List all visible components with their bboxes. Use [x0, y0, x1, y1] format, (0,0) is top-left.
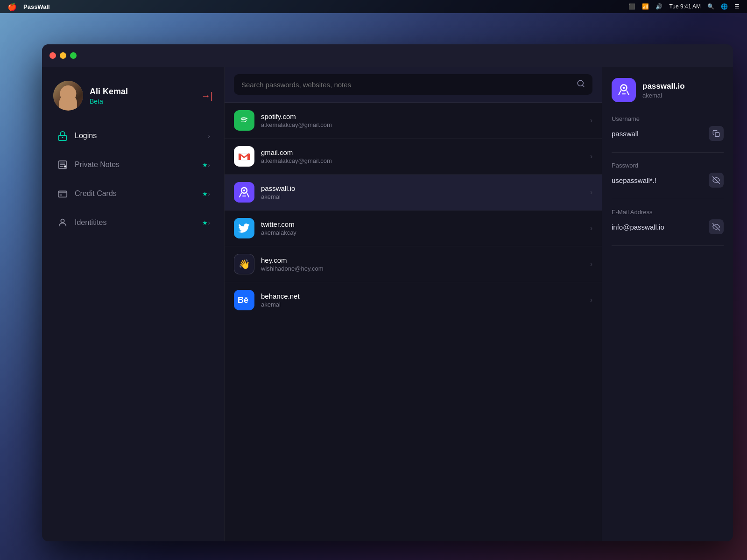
search-icon — [577, 79, 585, 90]
credit-cards-label: Credit Cards — [75, 189, 199, 198]
identities-star-icon: ★ — [202, 219, 208, 226]
email-value-row: info@passwall.io — [612, 219, 724, 234]
wifi-icon[interactable]: 📶 — [642, 3, 649, 10]
svg-point-17 — [623, 87, 625, 89]
hide-password-button[interactable] — [709, 173, 724, 188]
detail-app-icon — [612, 78, 636, 102]
svg-point-12 — [243, 189, 245, 191]
username-label: Username — [612, 115, 724, 122]
search-menubar-icon[interactable]: 🔍 — [707, 3, 714, 10]
avatar — [53, 81, 83, 111]
behance-chevron-icon: › — [590, 296, 592, 304]
list-item[interactable]: passwall.io akemal › — [225, 175, 602, 210]
username-field: Username passwall — [612, 115, 724, 141]
list-item[interactable]: spotify.com a.kemalakcay@gmail.com › — [225, 103, 602, 139]
detail-app-info: passwall.io akemal — [642, 82, 685, 99]
svg-rect-4 — [58, 191, 67, 197]
twitter-site-info: twitter.com akemalakcay — [261, 220, 590, 236]
email-value: info@passwall.io — [612, 223, 705, 231]
gmail-site-info: gmail.com a.kemalakcay@gmail.com — [261, 148, 590, 164]
search-input[interactable] — [241, 81, 572, 89]
twitter-icon — [234, 218, 254, 238]
search-bar-container — [225, 67, 602, 103]
sidebar-item-logins[interactable]: Logins › — [49, 122, 217, 150]
logins-chevron-icon: › — [208, 132, 210, 140]
twitter-site-name: twitter.com — [261, 220, 590, 228]
close-button[interactable] — [49, 52, 56, 59]
traffic-lights — [49, 52, 77, 59]
passwall-site-username: akemal — [261, 193, 590, 200]
titlebar — [42, 44, 733, 67]
divider-2 — [612, 199, 724, 199]
hey-chevron-icon: › — [590, 260, 592, 268]
password-label: Password — [612, 162, 724, 169]
credit-cards-icon — [56, 187, 69, 200]
password-value: usepasswall*.! — [612, 176, 705, 184]
control-center-icon[interactable]: ☰ — [734, 3, 740, 10]
passwall-site-name: passwall.io — [261, 184, 590, 192]
volume-icon[interactable]: 🔊 — [655, 3, 662, 10]
detail-app-name: passwall.io — [642, 82, 685, 91]
list-item[interactable]: gmail.com a.kemalakcay@gmail.com › — [225, 139, 602, 175]
user-name: Ali Kemal — [90, 87, 201, 97]
apple-logo-icon: 🍎 — [7, 2, 17, 11]
list-item[interactable]: Bē behance.net akemal › — [225, 282, 602, 318]
logout-button[interactable]: →| — [201, 91, 213, 101]
user-plan: Beta — [90, 98, 201, 105]
passwall-chevron-icon: › — [590, 188, 592, 196]
private-notes-label: Private Notes — [75, 161, 199, 169]
hey-site-name: hey.com — [261, 256, 590, 264]
identities-icon — [56, 216, 69, 229]
airplay-icon[interactable]: ⬛ — [628, 3, 635, 10]
private-notes-icon — [56, 158, 69, 171]
gmail-icon — [234, 146, 254, 167]
svg-rect-10 — [234, 182, 254, 203]
gmail-site-name: gmail.com — [261, 148, 590, 156]
maximize-button[interactable] — [70, 52, 77, 59]
logins-icon — [56, 129, 69, 142]
spotify-chevron-icon: › — [590, 116, 592, 125]
gmail-site-username: a.kemalakcay@gmail.com — [261, 157, 590, 164]
svg-text:Bē: Bē — [238, 295, 248, 305]
spotify-icon — [234, 110, 254, 131]
app-name: PassWall — [23, 3, 50, 10]
sidebar-item-credit-cards[interactable]: Credit Cards ★ › — [49, 180, 217, 208]
behance-site-info: behance.net akemal — [261, 292, 590, 308]
nav-items: Logins › Private Notes ★ › — [42, 122, 224, 238]
hide-email-button[interactable] — [709, 219, 724, 234]
username-value-row: passwall — [612, 126, 724, 141]
search-bar — [234, 74, 592, 95]
private-notes-star-icon: ★ — [202, 161, 208, 168]
detail-header: passwall.io akemal — [612, 78, 724, 102]
minimize-button[interactable] — [60, 52, 66, 59]
list-item[interactable]: 👋 hey.com wishihadone@hey.com › — [225, 246, 602, 282]
divider-1 — [612, 152, 724, 153]
hey-icon: 👋 — [234, 254, 254, 274]
behance-site-username: akemal — [261, 301, 590, 308]
password-list: spotify.com a.kemalakcay@gmail.com › — [225, 103, 602, 541]
spotify-site-info: spotify.com a.kemalakcay@gmail.com — [261, 112, 590, 128]
list-item[interactable]: twitter.com akemalakcay › — [225, 210, 602, 246]
svg-point-7 — [238, 114, 251, 127]
username-value: passwall — [612, 130, 705, 138]
detail-app-user: akemal — [642, 92, 685, 99]
spotify-site-username: a.kemalakcay@gmail.com — [261, 121, 590, 128]
passwall-site-info: passwall.io akemal — [261, 184, 590, 200]
sidebar-item-identities[interactable]: Identitites ★ › — [49, 209, 217, 237]
behance-icon: Bē — [234, 290, 254, 310]
credit-cards-star-icon: ★ — [202, 190, 208, 197]
gmail-chevron-icon: › — [590, 152, 592, 161]
user-info: Ali Kemal Beta — [90, 87, 201, 105]
twitter-chevron-icon: › — [590, 224, 592, 232]
copy-username-button[interactable] — [709, 126, 724, 141]
main-content: Ali Kemal Beta →| Logins › — [42, 67, 733, 541]
twitter-site-username: akemalakcay — [261, 229, 590, 236]
menubar-right: ⬛ 📶 🔊 Tue 9:41 AM 🔍 🌐 ☰ — [628, 3, 740, 10]
sidebar: Ali Kemal Beta →| Logins › — [42, 67, 224, 541]
svg-point-5 — [61, 219, 64, 223]
siri-icon[interactable]: 🌐 — [721, 3, 728, 10]
app-window: Ali Kemal Beta →| Logins › — [42, 44, 733, 541]
private-notes-chevron-icon: › — [208, 161, 210, 168]
spotify-site-name: spotify.com — [261, 112, 590, 120]
sidebar-item-private-notes[interactable]: Private Notes ★ › — [49, 151, 217, 179]
